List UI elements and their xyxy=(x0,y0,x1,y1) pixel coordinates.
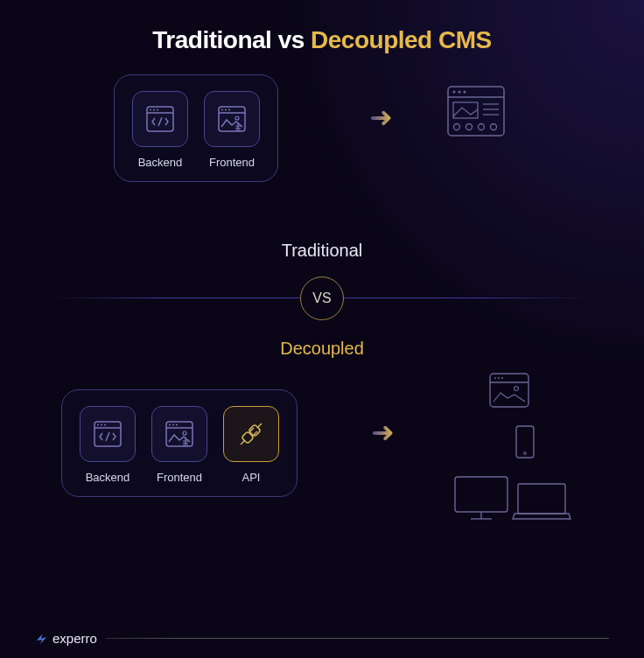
svg-point-32 xyxy=(498,377,500,379)
svg-rect-35 xyxy=(516,426,534,458)
phone-icon xyxy=(516,426,534,458)
frontend-item: Frontend xyxy=(151,406,207,484)
traditional-box: Backend Frontend xyxy=(114,74,278,182)
decoupled-label: Decoupled xyxy=(0,339,644,359)
page-title: Traditional vs Decoupled CMS xyxy=(0,0,644,54)
traditional-label: Traditional xyxy=(0,241,644,261)
brand-text: experro xyxy=(52,631,97,646)
frontend-item: Frontend xyxy=(204,91,260,169)
plug-icon xyxy=(223,406,279,462)
svg-rect-40 xyxy=(518,484,565,514)
webpage-icon xyxy=(446,85,506,141)
vs-badge: VS xyxy=(300,276,344,320)
image-window-icon xyxy=(151,406,207,462)
svg-rect-37 xyxy=(455,477,508,512)
svg-point-31 xyxy=(494,377,496,379)
monitor-icon xyxy=(455,477,508,519)
laptop-icon xyxy=(513,484,570,519)
arrow-icon: ➜ xyxy=(371,416,395,449)
backend-item: Backend xyxy=(132,91,188,169)
arrow-icon: ➜ xyxy=(369,101,393,134)
frontend-label: Frontend xyxy=(209,156,255,169)
backend-label: Backend xyxy=(86,471,130,484)
backend-label: Backend xyxy=(138,156,183,169)
frontend-label: Frontend xyxy=(157,471,202,484)
title-part1: Traditional vs xyxy=(152,26,311,53)
footer-line xyxy=(35,638,609,639)
api-item: API xyxy=(223,406,279,484)
code-window-icon xyxy=(132,91,188,147)
code-window-icon xyxy=(80,406,136,462)
api-label: API xyxy=(242,471,261,484)
output-devices xyxy=(438,372,586,529)
title-part2: Decoupled CMS xyxy=(311,26,492,53)
image-window-icon xyxy=(204,91,260,147)
decoupled-box: Backend Frontend API xyxy=(61,389,298,497)
svg-point-34 xyxy=(514,387,519,391)
image-window-icon xyxy=(490,374,528,407)
svg-point-33 xyxy=(501,377,503,379)
svg-point-36 xyxy=(524,452,527,455)
backend-item: Backend xyxy=(80,406,136,484)
brand-logo: experro xyxy=(35,631,106,646)
